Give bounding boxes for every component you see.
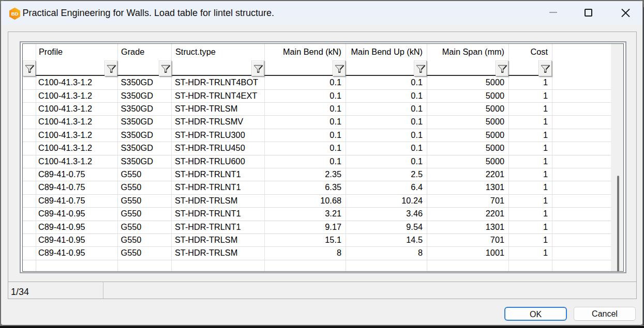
svg-text:BD: BD: [11, 11, 18, 17]
